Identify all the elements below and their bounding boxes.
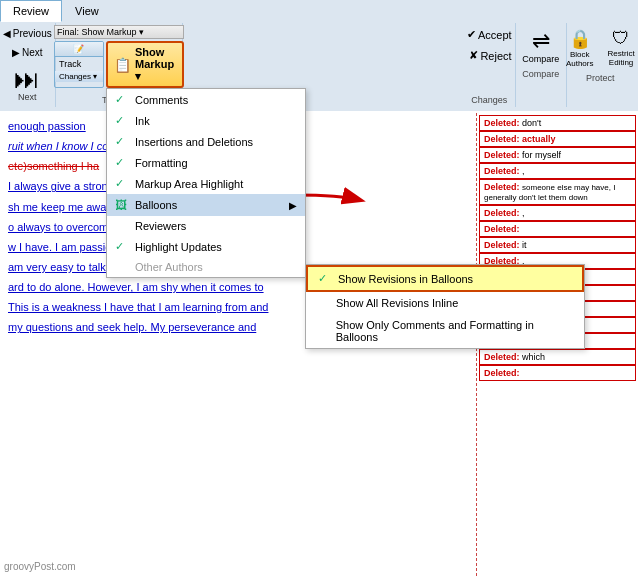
reject-button[interactable]: ✘ Reject [464,46,516,65]
check-show-revisions: ✓ [318,272,332,285]
label-only-comments: Show Only Comments and Formatting in Bal… [336,319,574,343]
label-comments: Comments [135,94,188,106]
balloons-arrow: ▶ [289,200,297,211]
balloons-submenu: ✓ Show Revisions in Balloons Show All Re… [305,264,585,349]
next-label: Next [22,47,43,58]
previous-button[interactable]: ◀ Previous [0,25,57,42]
menu-highlight[interactable]: ✓ Highlight Updates [107,236,305,257]
deleted-0: Deleted: don't [479,115,636,131]
track-changes-button[interactable]: 📝 Track Changes ▾ [54,41,104,88]
show-markup-button-label: Show Markup ▾ [135,46,176,83]
ribbon: ◀ Previous ▶ Next ⏭ Next Final: Show Mar… [0,21,638,111]
compare-group-label: Compare [522,69,559,79]
deleted-15: Deleted: [479,365,636,381]
label-reviewers: Reviewers [135,220,186,232]
menu-balloons[interactable]: 🖼 Balloons ▶ ✓ Show Revisions in Balloon… [107,194,305,216]
menu-insertions[interactable]: ✓ Insertions and Deletions [107,131,305,152]
submenu-show-revisions[interactable]: ✓ Show Revisions in Balloons [306,265,584,292]
next-button[interactable]: ▶ Next [7,44,48,61]
deleted-5: Deleted: , [479,205,636,221]
track-changes-group: Final: Show Markup ▾ 📝 Track Changes ▾ 📋 [60,23,184,107]
label-insertions: Insertions and Deletions [135,136,253,148]
previous-label: Previous [13,28,52,39]
watermark: groovyPost.com [4,561,76,572]
menu-markup-area[interactable]: ✓ Markup Area Highlight [107,173,305,194]
menu-reviewers[interactable]: Reviewers [107,216,305,236]
track-changes-dropdown[interactable]: Changes ▾ [55,71,103,82]
tab-view[interactable]: View [62,0,112,21]
show-markup-menu: ✓ Comments ✓ Ink ✓ Insertions and Deleti… [106,88,306,278]
check-comments: ✓ [115,93,129,106]
label-formatting: Formatting [135,157,188,169]
changes-group-label: Changes [471,95,507,105]
track-icon: 📝 [55,42,103,57]
show-markup-select[interactable]: Final: Show Markup ▾ [54,25,184,39]
protect-group-label: Protect [586,73,615,83]
changes-group: ✔ Accept ✘ Reject Changes [467,23,516,107]
label-all-inline: Show All Revisions Inline [336,297,458,309]
label-other-authors: Other Authors [135,261,203,273]
restrict-editing-button[interactable]: 🛡 RestrictEditing [602,25,638,71]
deleted-14: Deleted: which [479,349,636,365]
deleted-4: Deleted: someone else may have, I genera… [479,179,636,205]
check-markup-area: ✓ [115,177,129,190]
deleted-2: Deleted: for myself [479,147,636,163]
protect-group: 🔒 BlockAuthors 🛡 RestrictEditing Protect [571,23,634,107]
check-ink: ✓ [115,114,129,127]
check-highlight: ✓ [115,240,129,253]
accept-button[interactable]: ✔ Accept [462,25,517,44]
label-balloons: Balloons [135,199,177,211]
next-big-button[interactable]: ⏭ Next [9,63,45,106]
track-label: Track [55,57,103,71]
deleted-6: Deleted: [479,221,636,237]
label-ink: Ink [135,115,150,127]
deleted-1: Deleted: actually [479,131,636,147]
compare-group: ⇌ Compare Compare [520,23,566,107]
menu-comments[interactable]: ✓ Comments [107,89,305,110]
ribbon-tabs: Review View [0,0,638,21]
deleted-3: Deleted: , [479,163,636,179]
check-formatting: ✓ [115,156,129,169]
menu-ink[interactable]: ✓ Ink [107,110,305,131]
block-authors-button[interactable]: 🔒 BlockAuthors [561,25,599,71]
label-show-revisions: Show Revisions in Balloons [338,273,473,285]
compare-label: Compare [522,54,559,64]
menu-formatting[interactable]: ✓ Formatting [107,152,305,173]
label-highlight: Highlight Updates [135,241,222,253]
accept-label: Accept [478,29,512,41]
check-balloons: 🖼 [115,198,129,212]
submenu-only-comments[interactable]: Show Only Comments and Formatting in Bal… [306,314,584,348]
check-insertions: ✓ [115,135,129,148]
submenu-all-inline[interactable]: Show All Revisions Inline [306,292,584,314]
deleted-7: Deleted: it [479,237,636,253]
show-markup-button[interactable]: 📋 Show Markup ▾ [106,41,184,88]
reject-label: Reject [480,50,511,62]
show-markup-dropdown-container: 📋 Show Markup ▾ ✓ Comments ✓ Ink [106,41,184,88]
markup-select-label: Final: Show Markup ▾ [57,27,144,37]
navigation-group: ◀ Previous ▶ Next ⏭ Next [4,23,56,107]
label-markup-area: Markup Area Highlight [135,178,243,190]
tab-review[interactable]: Review [0,0,62,22]
restrict-editing-label: RestrictEditing [607,49,634,67]
compare-button[interactable]: ⇌ Compare [515,25,566,67]
menu-other-authors[interactable]: Other Authors [107,257,305,277]
next-big-label: Next [18,92,37,103]
block-authors-label: BlockAuthors [566,50,594,68]
